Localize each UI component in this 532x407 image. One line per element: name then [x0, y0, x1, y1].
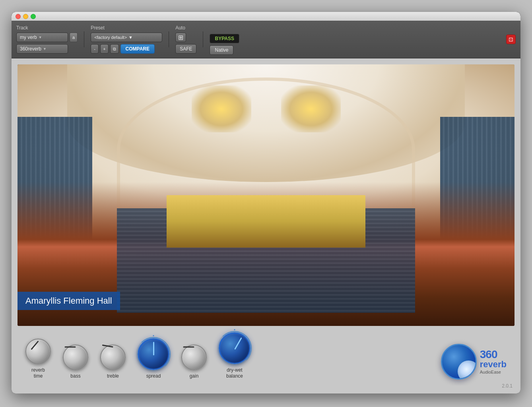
version-text: 2.0.1 [502, 383, 513, 389]
venue-image: Amaryllis Fleming Hall [17, 64, 515, 326]
preset-section: Preset <factory default> ▼ - + ⧉ COMPARE [91, 25, 162, 54]
logo-0: 0 [491, 348, 497, 360]
logo-inner-circle [458, 360, 477, 380]
treble-indicator [102, 345, 113, 348]
divider-1 [84, 31, 84, 47]
spread-dot-top [153, 335, 154, 336]
plugin-arrow-icon: ▼ [43, 47, 47, 51]
bypass-row: BYPASS [210, 34, 239, 43]
track-variant-badge[interactable]: a [70, 33, 78, 42]
venue-image-container[interactable]: my verb Amaryllis Fleming Hall [17, 64, 515, 326]
hall-name-label: Amaryllis Fleming Hall [17, 292, 120, 310]
safe-button[interactable]: SAFE [175, 44, 196, 54]
controls-row: reverb time bass treble [17, 332, 515, 380]
auto-row1: ⊞ [175, 33, 196, 42]
reverb-time-label: reverb time [31, 367, 45, 380]
content-area: my verb Amaryllis Fleming Hall [12, 58, 520, 386]
track-name: my verb [20, 35, 37, 40]
logo-6: 6 [485, 348, 491, 360]
track-label: Track [16, 25, 78, 31]
track-row1: my verb ▼ a [16, 33, 78, 42]
traffic-lights [16, 14, 36, 19]
maximize-button[interactable] [31, 14, 36, 19]
bass-knob[interactable] [63, 345, 88, 370]
bypass-button[interactable]: BYPASS [210, 34, 239, 43]
compare-button[interactable]: COMPARE [120, 44, 155, 54]
preset-select[interactable]: <factory default> ▼ [91, 33, 162, 42]
logo-audioease-text: AudioEase [480, 370, 507, 374]
auto-section: Auto ⊞ SAFE [175, 25, 196, 54]
bass-label: bass [70, 373, 80, 380]
dry-wet-knob-wrapper [219, 332, 250, 364]
chandelier-left [192, 85, 251, 132]
copy-icon: ⧉ [113, 47, 116, 52]
track-row2: 360reverb ▼ [16, 44, 78, 54]
spread-indicator [153, 342, 154, 355]
spread-label: spread [146, 373, 161, 380]
reverb-time-knob[interactable] [25, 339, 51, 364]
logo-360-text: 360 [480, 349, 507, 360]
bypass-section: BYPASS Native [210, 24, 239, 55]
logo-text-area: 360 reverb AudioEase [480, 349, 507, 374]
auto-label: Auto [175, 25, 196, 31]
auto-icon-symbol: ⊞ [178, 34, 183, 41]
hall-name-text: Amaryllis Fleming Hall [25, 296, 112, 306]
preset-arrow-icon: ▼ [128, 35, 133, 40]
logo-area: 360 reverb AudioEase [441, 344, 507, 380]
record-icon: ⊡ [509, 36, 513, 43]
preset-plus-button[interactable]: + [100, 44, 108, 54]
reverb-time-group: reverb time [25, 339, 51, 380]
spread-knob[interactable] [138, 338, 169, 370]
dry-wet-label: dry-wet balance [226, 367, 243, 380]
logo-word: reverb [480, 359, 507, 369]
main-window: Track my verb ▼ a 360reverb ▼ Preset [12, 12, 520, 393]
bass-indicator [64, 347, 76, 348]
spread-knob-wrapper [138, 338, 169, 370]
auto-icon-button[interactable]: ⊞ [175, 33, 186, 42]
divider-2 [169, 31, 169, 47]
native-row: Native [210, 45, 239, 55]
toolbar: Track my verb ▼ a 360reverb ▼ Preset [12, 21, 520, 58]
track-section: Track my verb ▼ a 360reverb ▼ [16, 25, 78, 54]
close-button[interactable] [16, 14, 21, 19]
gain-indicator [183, 347, 194, 348]
native-button[interactable]: Native [210, 45, 233, 55]
logo-circle [441, 344, 477, 380]
plugin-select[interactable]: 360reverb ▼ [16, 44, 68, 54]
treble-label: treble [107, 373, 119, 380]
preset-label: Preset [91, 25, 162, 31]
dry-wet-knob[interactable] [219, 332, 250, 364]
preset-copy-button[interactable]: ⧉ [110, 44, 119, 54]
plugin-name: 360reverb [20, 46, 41, 52]
bass-group: bass [63, 345, 88, 380]
reverb-time-indicator [31, 341, 39, 350]
gain-label: gain [190, 373, 199, 380]
knobs-container: reverb time bass treble [25, 332, 250, 380]
preset-minus-button[interactable]: - [91, 44, 99, 54]
dry-wet-dot-top [234, 329, 235, 330]
divider-3 [203, 31, 203, 47]
track-select[interactable]: my verb ▼ [16, 33, 68, 42]
preset-row2: - + ⧉ COMPARE [91, 44, 162, 54]
chandelier-right [281, 85, 341, 132]
stage-area [167, 195, 365, 248]
record-button[interactable]: ⊡ [506, 35, 516, 44]
minimize-button[interactable] [23, 14, 28, 19]
logo-reverb-text: reverb [480, 360, 507, 369]
track-arrow-icon: ▼ [39, 35, 42, 39]
titlebar [12, 12, 520, 21]
auto-row2: SAFE [175, 44, 196, 54]
dry-wet-group: dry-wet balance [219, 332, 250, 380]
spread-group: spread [138, 338, 169, 380]
preset-row1: <factory default> ▼ [91, 33, 162, 42]
logo-number: 3 [480, 348, 486, 360]
gain-knob[interactable] [181, 345, 207, 370]
gain-group: gain [181, 345, 207, 380]
treble-knob[interactable] [100, 345, 126, 370]
treble-group: treble [100, 345, 126, 380]
preset-value: <factory default> [94, 35, 127, 40]
